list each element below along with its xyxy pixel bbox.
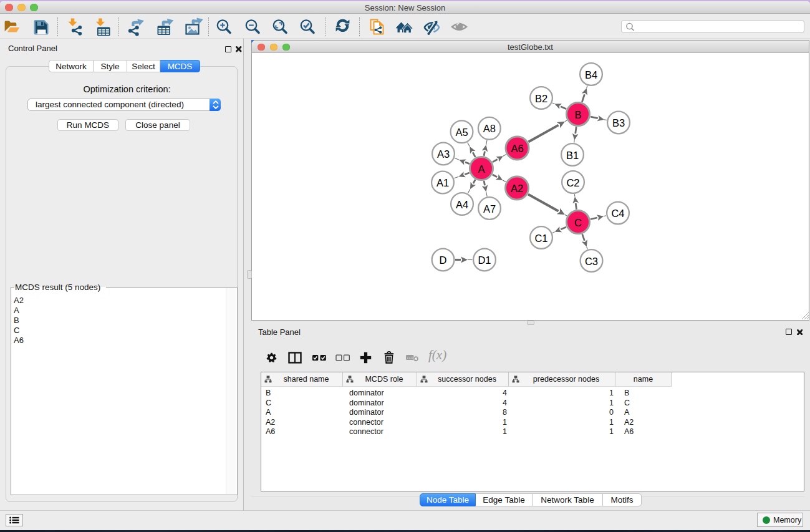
svg-text:D: D — [440, 254, 447, 266]
svg-text:C1: C1 — [534, 233, 547, 244]
svg-text:B1: B1 — [566, 150, 579, 161]
svg-text:A4: A4 — [456, 199, 468, 210]
svg-text:C4: C4 — [611, 208, 624, 219]
svg-text:C: C — [574, 217, 582, 228]
svg-text:A: A — [478, 163, 485, 175]
svg-text:A3: A3 — [437, 148, 450, 160]
svg-text:C3: C3 — [585, 256, 598, 267]
svg-text:A8: A8 — [483, 123, 496, 134]
svg-text:B2: B2 — [535, 93, 547, 104]
svg-text:A2: A2 — [511, 183, 523, 194]
svg-text:A5: A5 — [455, 127, 468, 138]
svg-text:A6: A6 — [511, 143, 523, 154]
svg-text:C2: C2 — [566, 177, 579, 188]
svg-text:A1: A1 — [436, 177, 449, 188]
svg-text:D1: D1 — [478, 254, 491, 266]
svg-text:B: B — [574, 109, 581, 120]
svg-text:B3: B3 — [612, 117, 625, 128]
svg-text:B4: B4 — [585, 69, 597, 80]
svg-text:A7: A7 — [483, 203, 496, 215]
